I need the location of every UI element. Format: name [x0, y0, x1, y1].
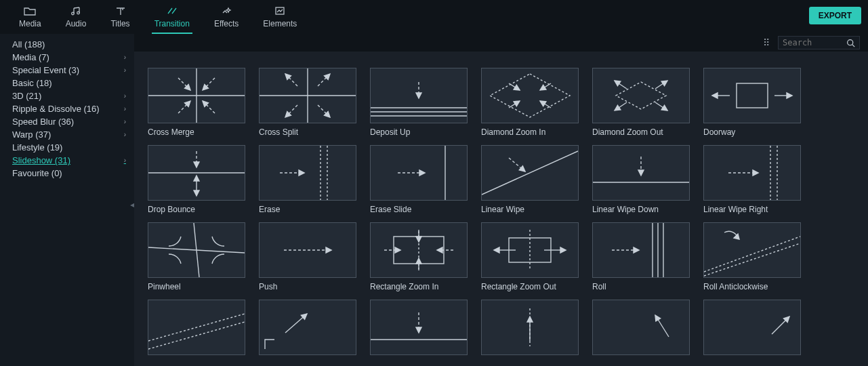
svg-marker-87	[395, 247, 400, 253]
sidebar-item-label: Warp (37)	[12, 129, 51, 140]
transition-item[interactable]: Linear Wipe	[481, 145, 579, 214]
chevron-right-icon: ›	[124, 92, 126, 100]
transition-item[interactable]: Deposit Up	[370, 68, 468, 137]
transition-item[interactable]: Doorway	[703, 68, 801, 137]
transition-icon	[166, 6, 178, 18]
sidebar-item[interactable]: Lifestyle (19)	[0, 141, 134, 154]
sidebar-item[interactable]: Speed Blur (36)›	[0, 115, 134, 128]
transition-item[interactable]: Rectangle Zoom In	[370, 222, 468, 291]
transition-thumb	[592, 68, 690, 123]
search-icon[interactable]	[846, 39, 855, 47]
transition-item[interactable]: Drop Bounce	[148, 145, 245, 214]
sidebar-item[interactable]: Special Event (3)›	[0, 64, 134, 77]
svg-marker-50	[712, 93, 718, 98]
transition-label: Diamond Zoom Out	[592, 127, 690, 137]
transition-thumb	[370, 145, 468, 201]
transition-thumb	[370, 222, 468, 278]
sidebar-item[interactable]: Slideshow (31)›	[0, 154, 134, 167]
transition-item[interactable]: Cross Merge	[148, 68, 245, 137]
transition-item[interactable]	[592, 300, 690, 359]
sidebar-item-label: Special Event (3)	[12, 65, 79, 75]
transition-label: Rectangle Zoom In	[370, 282, 468, 291]
transition-thumb	[481, 222, 579, 278]
svg-marker-36	[514, 101, 520, 106]
transition-item[interactable]	[148, 300, 245, 359]
sidebar-item[interactable]: All (188)	[0, 38, 134, 51]
transition-item[interactable]	[370, 300, 468, 359]
transition-item[interactable]: Roll Anticlockwise	[703, 222, 801, 291]
chevron-right-icon: ›	[124, 118, 126, 125]
svg-marker-113	[527, 317, 533, 322]
sidebar-item[interactable]: Basic (18)	[0, 77, 134, 89]
svg-line-102	[704, 243, 800, 276]
transition-thumb	[592, 145, 690, 201]
sidebar-item[interactable]: 3D (21)›	[0, 89, 134, 102]
nav-elements[interactable]: Elements	[251, 0, 309, 34]
sidebar-item[interactable]: Media (7)›	[0, 51, 134, 64]
search-box[interactable]	[778, 36, 860, 49]
transition-item[interactable]: Pinwheel	[148, 222, 245, 291]
transition-thumb	[148, 68, 245, 123]
transition-item[interactable]	[259, 300, 356, 359]
sidebar-item-label: Favourite (0)	[12, 168, 62, 178]
sidebar-item-label: Media (7)	[12, 52, 49, 62]
content-pane: ⠿ Cross MergeCross SplitDeposit UpDiamon…	[134, 34, 868, 366]
svg-marker-34	[540, 85, 546, 90]
nav-transition[interactable]: Transition	[142, 0, 202, 34]
export-button[interactable]: EXPORT	[809, 7, 861, 24]
elements-icon	[274, 6, 286, 18]
svg-marker-29	[416, 93, 421, 98]
transition-item[interactable]: Linear Wipe Down	[592, 145, 690, 214]
transition-label: Linear Wipe Down	[592, 205, 690, 214]
chevron-right-icon: ›	[124, 54, 126, 61]
transition-thumb	[148, 222, 245, 278]
transition-label: Erase	[259, 205, 356, 214]
sidebar-item[interactable]: Favourite (0)	[0, 167, 134, 180]
transition-grid: Cross MergeCross SplitDeposit UpDiamond …	[134, 52, 868, 366]
search-input[interactable]	[783, 38, 826, 47]
svg-marker-62	[299, 170, 304, 176]
transition-item[interactable]: Push	[259, 222, 356, 291]
transition-item[interactable]	[703, 300, 801, 359]
transition-item[interactable]: Erase	[259, 145, 356, 214]
transition-label: Rectangle Zoom Out	[481, 282, 579, 291]
sidebar-item[interactable]: Warp (37)›	[0, 128, 134, 141]
transition-item[interactable]: Cross Split	[259, 68, 356, 137]
nav-media[interactable]: Media	[7, 0, 54, 34]
transition-label: Cross Split	[259, 127, 356, 137]
svg-marker-89	[437, 247, 442, 253]
svg-marker-65	[419, 170, 425, 176]
nav-effects[interactable]: Effects	[202, 0, 251, 34]
nav-audio[interactable]: Audio	[54, 0, 99, 34]
svg-marker-57	[194, 176, 199, 181]
transition-thumb	[592, 300, 690, 355]
transition-thumb	[370, 300, 468, 355]
grid-view-icon[interactable]: ⠿	[763, 37, 768, 48]
content-toolbar: ⠿	[134, 34, 868, 52]
transition-thumb	[148, 145, 245, 201]
transition-thumb	[592, 222, 690, 278]
transition-label: Roll	[592, 282, 690, 291]
svg-marker-115	[655, 315, 661, 321]
transition-item[interactable]: Roll	[592, 222, 690, 291]
transition-label: Linear Wipe	[481, 205, 579, 214]
svg-line-101	[704, 237, 800, 272]
transition-item[interactable]: Rectangle Zoom Out	[481, 222, 579, 291]
svg-marker-103	[734, 234, 739, 239]
transition-item[interactable]: Diamond Zoom In	[481, 68, 579, 137]
svg-marker-100	[634, 247, 639, 253]
transition-item[interactable]	[481, 300, 579, 359]
svg-marker-79	[326, 247, 331, 253]
transition-item[interactable]: Diamond Zoom Out	[592, 68, 690, 137]
transition-item[interactable]: Erase Slide	[370, 145, 468, 214]
top-nav: MediaAudioTitlesTransitionEffectsElement…	[0, 0, 868, 34]
sidebar-item[interactable]: Ripple & Dissolve (16)›	[0, 102, 134, 115]
transition-item[interactable]: Linear Wipe Right	[703, 145, 801, 214]
transition-thumb	[259, 300, 356, 355]
nav-titles[interactable]: Titles	[98, 0, 142, 34]
transition-thumb	[703, 222, 801, 278]
sidebar: All (188)Media (7)›Special Event (3)›Bas…	[0, 34, 134, 366]
transition-thumb	[481, 68, 579, 123]
svg-marker-38	[540, 101, 546, 106]
nav-label: Transition	[154, 19, 190, 28]
